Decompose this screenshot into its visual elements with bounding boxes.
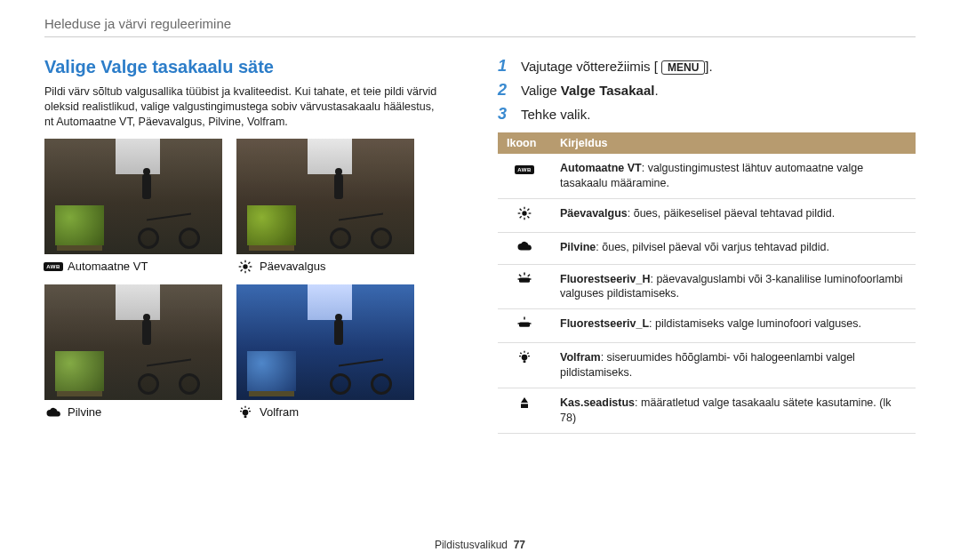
step-text: ]. bbox=[705, 59, 712, 74]
svg-line-5 bbox=[241, 261, 243, 263]
menu-key-icon: MENU bbox=[661, 60, 705, 75]
svg-line-8 bbox=[241, 269, 243, 271]
table-row: Päevavalgus: õues, päikeselisel päeval t… bbox=[498, 198, 916, 232]
term: Automaatne VT bbox=[560, 162, 642, 174]
table-row: Volfram: siseruumides hõõglambi- või hal… bbox=[498, 343, 916, 388]
thumb-daylight: Päevavalgus bbox=[236, 139, 414, 274]
col-desc: Kirjeldus bbox=[551, 132, 916, 154]
thumb-auto-wb: AWB Automaatne VT bbox=[44, 139, 222, 274]
svg-line-7 bbox=[248, 261, 250, 263]
thumb-label: Päevavalgus bbox=[260, 260, 325, 273]
svg-point-40 bbox=[522, 355, 528, 361]
thumb-label: Automaatne VT bbox=[68, 260, 148, 273]
cloud-icon bbox=[516, 243, 532, 255]
breadcrumb: Heleduse ja värvi reguleerimine bbox=[44, 16, 916, 37]
table-row: Fluorestseeriv_H: päevavalguslambi või 3… bbox=[498, 264, 916, 309]
thumb-tungsten: Volfram bbox=[236, 284, 414, 420]
svg-line-13 bbox=[248, 407, 249, 408]
awb-icon: AWB bbox=[44, 260, 62, 274]
bulb-icon bbox=[517, 355, 532, 367]
svg-line-39 bbox=[527, 353, 528, 354]
svg-line-38 bbox=[520, 353, 521, 354]
step-number: 2 bbox=[498, 81, 512, 100]
step-text: Valige bbox=[521, 83, 561, 98]
step-text: Vajutage võtterežiimis [ bbox=[521, 59, 658, 74]
svg-line-21 bbox=[520, 208, 522, 210]
svg-line-23 bbox=[527, 208, 529, 210]
svg-rect-34 bbox=[519, 323, 530, 327]
wb-table: Ikoon Kirjeldus AWB Automaatne VT: valgu… bbox=[498, 132, 916, 434]
cloud-icon bbox=[44, 405, 62, 420]
step-1: 1 Vajutage võtterežiimis [MENU]. bbox=[498, 57, 916, 76]
svg-line-24 bbox=[520, 216, 522, 218]
step-bold: Valge Tasakaal bbox=[561, 83, 655, 98]
awb-icon: AWB bbox=[515, 165, 534, 174]
desc: : siseruumides hõõglambi- või halogeenla… bbox=[560, 351, 855, 379]
svg-point-16 bbox=[522, 211, 526, 215]
step-2: 2 Valige Valge Tasakaal. bbox=[498, 81, 916, 100]
svg-line-12 bbox=[241, 407, 242, 408]
step-number: 3 bbox=[498, 105, 512, 124]
term: Fluorestseeriv_H bbox=[560, 273, 650, 285]
desc: : õues, pilvisel päeval või varjus tehta… bbox=[596, 241, 829, 253]
table-row: AWB Automaatne VT: valgustingimustest lä… bbox=[498, 154, 916, 198]
term: Pilvine bbox=[560, 241, 596, 253]
desc: : õues, päikeselisel päeval tehtavad pil… bbox=[628, 207, 835, 220]
svg-rect-42 bbox=[521, 404, 528, 408]
svg-line-29 bbox=[528, 274, 530, 276]
step-text: . bbox=[654, 83, 658, 98]
thumb-label: Volfram bbox=[260, 405, 299, 419]
desc: : pildistamiseks valge luminofoori valgu… bbox=[649, 317, 861, 330]
col-icon: Ikoon bbox=[498, 132, 551, 154]
fluorescent-l-icon bbox=[516, 321, 532, 333]
wb-thumbnails: AWB Automaatne VT Päevavalgus bbox=[44, 139, 444, 420]
custom-wb-icon bbox=[517, 400, 532, 412]
page-footer: Pildistusvalikud 77 bbox=[0, 539, 960, 551]
table-row: Pilvine: õues, pilvisel päeval või varju… bbox=[498, 232, 916, 264]
svg-point-0 bbox=[243, 264, 247, 268]
svg-rect-30 bbox=[519, 277, 530, 282]
svg-line-6 bbox=[248, 269, 250, 271]
svg-line-22 bbox=[527, 216, 529, 218]
sun-icon bbox=[517, 211, 532, 223]
svg-line-28 bbox=[519, 274, 521, 276]
term: Volfram bbox=[560, 351, 601, 364]
step-3: 3 Tehke valik. bbox=[498, 105, 916, 124]
svg-rect-15 bbox=[244, 415, 247, 418]
intro-text: Pildi värv sõltub valgusallika tüübist j… bbox=[44, 84, 444, 130]
svg-rect-41 bbox=[524, 360, 526, 363]
sun-icon bbox=[236, 260, 254, 274]
step-number: 1 bbox=[498, 57, 512, 76]
fluorescent-h-icon bbox=[516, 276, 532, 289]
thumb-cloudy: Pilvine bbox=[44, 284, 222, 420]
term: Kas.seadistus bbox=[560, 396, 635, 409]
thumb-label: Pilvine bbox=[68, 405, 101, 419]
page-title: Valige Valge tasakaalu säte bbox=[44, 57, 444, 77]
table-row: Kas.seadistus: määratletud valge tasakaa… bbox=[498, 388, 916, 433]
term: Fluorestseeriv_L bbox=[560, 317, 649, 330]
svg-point-14 bbox=[243, 409, 249, 415]
term: Päevavalgus bbox=[560, 207, 628, 220]
table-row: Fluorestseeriv_L: pildistamiseks valge l… bbox=[498, 309, 916, 343]
bulb-icon bbox=[236, 405, 254, 420]
step-text: Tehke valik. bbox=[521, 107, 590, 122]
